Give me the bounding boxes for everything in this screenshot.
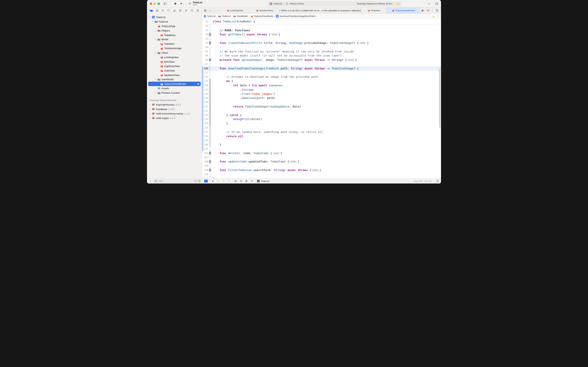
tree-item-todolist[interactable]: ATodoList xyxy=(148,15,201,19)
chevron-down-icon[interactable] xyxy=(154,51,157,54)
code-line-121[interactable]: 121 xyxy=(202,62,441,66)
code-fold-arrow-icon[interactable]: › xyxy=(209,168,211,171)
chevron-right-icon[interactable] xyxy=(149,117,151,119)
package-item-swift-crypto[interactable]: swift-crypto3.4.0 xyxy=(148,116,201,120)
line-number[interactable]: 96 xyxy=(202,46,209,49)
code-line-99[interactable]: 99› private func uploadImage(_ image: To… xyxy=(202,58,441,62)
tree-item-todoitemimage[interactable]: TodoItemImage xyxy=(148,46,201,50)
fold-ribbon-segment[interactable] xyxy=(209,83,211,87)
related-items-icon[interactable] xyxy=(204,9,207,12)
scheme-selector[interactable]: TodoList main xyxy=(188,1,202,6)
line-number[interactable]: 167 xyxy=(202,156,209,159)
fold-ribbon-segment[interactable] xyxy=(209,164,211,168)
tree-item-appentryview[interactable]: AppEntryView xyxy=(148,64,201,68)
code-review-icon[interactable] xyxy=(421,9,424,12)
minimize-window-button[interactable] xyxy=(154,2,156,5)
tab-todoitem[interactable]: TodoItem xyxy=(361,7,386,13)
fold-ribbon-segment[interactable] xyxy=(209,87,211,92)
find-navigator-icon[interactable] xyxy=(167,9,170,12)
source-control-navigator-icon[interactable] xyxy=(156,9,159,12)
line-number[interactable]: 189 xyxy=(202,165,209,167)
code-line-140[interactable]: 140 } xyxy=(202,142,441,147)
step-out-icon[interactable] xyxy=(227,180,230,183)
breadcrumb-item-1[interactable]: TodoList xyxy=(218,15,230,17)
code-line-132[interactable]: 132 xyxy=(202,109,441,113)
tree-item-todoitem[interactable]: TodoItem xyxy=(148,42,201,46)
fold-ribbon-segment[interactable] xyxy=(209,104,211,109)
chevron-down-icon[interactable] xyxy=(152,20,154,23)
activity-view[interactable]: A TodoList › iPhone 15 Pro Running TodoL… xyxy=(268,1,401,6)
close-window-button[interactable] xyxy=(150,2,152,5)
add-editor-icon[interactable] xyxy=(435,9,439,12)
tab-landingview[interactable]: LandingView xyxy=(220,7,250,13)
chevron-down-icon[interactable] xyxy=(154,29,157,32)
go-back-icon[interactable] xyxy=(209,9,211,12)
warning-badge[interactable]: 1 xyxy=(395,2,399,5)
code-fold-arrow-icon[interactable]: › xyxy=(209,42,211,44)
tab-todolistviewmodel[interactable]: TodoListViewModel xyxy=(386,7,420,13)
code-line-98[interactable]: 98 // the view model itself (it will not… xyxy=(202,54,441,58)
debug-workflow-icon[interactable] xyxy=(240,180,243,183)
code-line-124[interactable]: 124 // Attempt to download an image from… xyxy=(202,75,441,79)
code-line-129[interactable]: 129 .download(path: path) xyxy=(202,96,441,100)
chevron-right-icon[interactable] xyxy=(149,112,151,115)
tests-navigator-icon[interactable] xyxy=(179,9,182,12)
package-item-keychainaccess[interactable]: KeychainAccess4.2.2 xyxy=(148,102,201,107)
fold-ribbon-segment[interactable] xyxy=(209,109,211,113)
zoom-window-button[interactable] xyxy=(158,2,160,5)
editor-layout-icon[interactable] xyxy=(436,180,439,183)
code-line-96[interactable]: 96 xyxy=(202,45,441,49)
fold-ribbon-segment[interactable] xyxy=(209,37,211,41)
line-number[interactable]: 142 xyxy=(202,152,209,155)
project-navigator-icon[interactable] xyxy=(150,9,153,12)
code-fold-arrow-icon[interactable]: › xyxy=(209,160,211,163)
step-into-icon[interactable] xyxy=(222,180,225,183)
breakpoints-navigator-icon[interactable] xyxy=(190,9,194,12)
source-editor[interactable]: 2829 // MARK: Functions30› func getTodos… xyxy=(202,19,441,184)
tree-item-todolistapp[interactable]: TodoListApp xyxy=(148,24,201,28)
fold-ribbon-segment[interactable] xyxy=(209,121,211,125)
code-line-167[interactable]: 167 xyxy=(202,155,441,159)
code-line-125[interactable]: 125 do { xyxy=(202,79,441,83)
chevron-down-icon[interactable] xyxy=(149,16,151,18)
fold-ribbon-segment[interactable] xyxy=(209,100,211,104)
code-line-142[interactable]: 142› func delete(_ todo: TodoItem) {•••} xyxy=(202,151,441,155)
code-line-136[interactable]: 136 xyxy=(202,125,441,130)
step-over-icon[interactable] xyxy=(217,180,220,183)
line-number[interactable]: 98 xyxy=(202,54,209,57)
fold-ribbon-segment[interactable] xyxy=(209,24,211,28)
fold-ribbon-segment[interactable] xyxy=(209,96,211,100)
code-line-128[interactable]: 128 .from("todos_images") xyxy=(202,92,441,96)
fold-ribbon-segment[interactable] xyxy=(209,92,211,96)
code-line-168[interactable]: 168› func update(todo updatedTodo: TodoI… xyxy=(202,159,441,164)
line-number[interactable]: 29 xyxy=(202,29,209,32)
source-control-change-bar[interactable] xyxy=(202,66,203,151)
fold-ribbon-segment[interactable] xyxy=(209,147,211,151)
code-line-29[interactable]: 29 // MARK: Functions xyxy=(202,28,441,33)
issues-navigator-icon[interactable] xyxy=(173,9,176,12)
sticky-line[interactable]: 12class TodoListViewModel { xyxy=(202,19,441,24)
fold-ribbon-segment[interactable] xyxy=(209,117,211,122)
simulate-location-icon[interactable] xyxy=(250,180,253,183)
line-number[interactable]: 54 xyxy=(202,42,209,44)
pause-execution-icon[interactable] xyxy=(211,180,214,183)
chevron-down-icon[interactable] xyxy=(154,78,157,81)
chevron-right-icon[interactable] xyxy=(149,103,151,106)
code-line-123[interactable]: 123 xyxy=(202,71,441,75)
tree-item-viewmodel[interactable]: ViewModel xyxy=(148,77,201,82)
code-fold-arrow-icon[interactable]: › xyxy=(209,152,211,155)
filter-field[interactable]: Filter xyxy=(153,179,202,183)
code-line-134[interactable]: 134 debugPrint(error) xyxy=(202,117,441,122)
fold-ribbon-segment[interactable] xyxy=(209,155,211,159)
fold-ribbon-segment[interactable] xyxy=(209,138,211,143)
tree-item-assets[interactable]: Assets xyxy=(148,86,201,91)
code-line-137[interactable]: 137 // If we landed here, something went… xyxy=(202,130,441,134)
tree-item-authview[interactable]: AuthView xyxy=(148,68,201,73)
tree-item-views[interactable]: Views xyxy=(148,50,201,55)
issue-warning-icon[interactable] xyxy=(432,15,435,17)
code-line-127[interactable]: 127 .storage xyxy=(202,87,441,92)
recent-files-icon[interactable] xyxy=(194,180,197,182)
line-number[interactable]: 168 xyxy=(202,160,209,163)
code-line-53[interactable]: 53 xyxy=(202,37,441,41)
chevron-right-icon[interactable] xyxy=(149,108,151,110)
